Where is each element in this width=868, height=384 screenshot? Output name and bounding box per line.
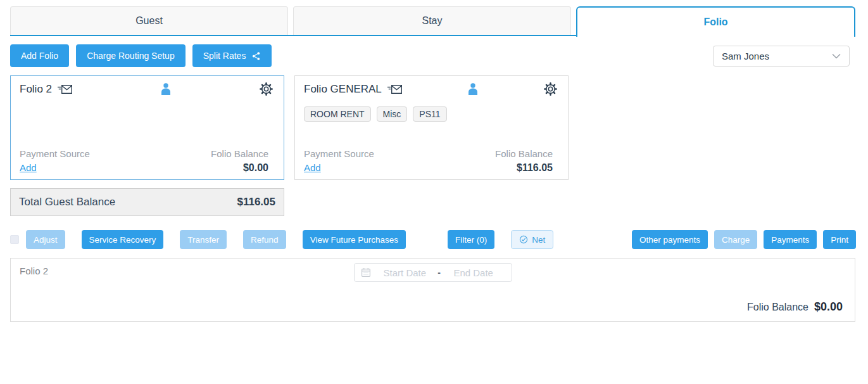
split-rates-label: Split Rates [203,51,246,61]
guest-selector-dropdown[interactable]: Sam Jones [713,46,850,67]
tag-misc: Misc [377,106,408,122]
folio-card-title: Folio 2 [20,83,52,96]
payment-source-label: Payment Source [304,148,374,159]
folio-balance-value: $116.05 [495,162,553,174]
detail-panel-balance: Folio Balance $0.00 [747,300,843,314]
add-payment-source-link[interactable]: Add [20,162,37,173]
send-email-icon[interactable] [58,84,73,94]
send-email-icon[interactable] [387,84,403,94]
folio-card-2[interactable]: Folio 2 [10,75,284,180]
guest-person-icon[interactable] [467,82,479,96]
add-folio-button[interactable]: Add Folio [10,44,69,67]
folio-actions-row: Adjust Service Recovery Transfer Refund … [10,230,856,249]
refund-button: Refund [243,230,286,249]
gear-icon[interactable] [259,82,274,96]
folio-card-title: Folio GENERAL [304,83,382,96]
filter-button[interactable]: Filter (0) [448,230,494,249]
tag-ps11: PS11 [413,106,446,122]
net-toggle-button[interactable]: Net [511,230,553,249]
guest-person-icon[interactable] [160,82,172,96]
split-rates-button[interactable]: Split Rates [192,44,272,67]
total-guest-balance-label: Total Guest Balance [19,196,115,208]
check-circle-icon [519,235,528,244]
folio-toolbar: Add Folio Charge Routing Setup Split Rat… [10,44,855,67]
tab-stay[interactable]: Stay [293,6,571,35]
charge-routing-tags: ROOM RENT Misc PS11 [304,106,559,122]
print-button[interactable]: Print [823,230,856,249]
adjust-button: Adjust [26,230,65,249]
date-range-picker[interactable]: - [354,263,512,282]
actions-left-group: Adjust Service Recovery Transfer Refund … [26,230,553,249]
share-icon [251,51,261,61]
actions-right-group: Other payments Charge Payments Print [632,230,856,249]
detail-panel-folio-title: Folio 2 [20,266,48,276]
tag-room-rent: ROOM RENT [304,106,371,122]
folio-card-footer: Payment Source Add Folio Balance $116.05 [304,148,553,174]
gear-icon[interactable] [543,82,558,96]
folio-balance-label: Folio Balance [495,148,553,159]
other-payments-button[interactable]: Other payments [632,230,708,249]
start-date-input[interactable] [374,267,437,278]
add-payment-source-link[interactable]: Add [304,162,321,173]
folio-balance-value: $0.00 [211,162,268,174]
calendar-icon [361,267,371,278]
end-date-input[interactable] [442,267,505,278]
folio-balance-label: Folio Balance [211,148,268,159]
tab-bar: Guest Stay Folio [10,6,855,37]
net-label: Net [532,235,545,245]
tab-folio[interactable]: Folio [576,6,855,37]
folio-detail-panel: Folio 2 - Folio Balance $0.00 [10,258,855,322]
folio-card-general[interactable]: Folio GENERAL [294,75,569,180]
total-guest-balance-bar: Total Guest Balance $116.05 [10,188,284,216]
date-range-separator: - [436,267,442,278]
folio-page: Guest Stay Folio Add Folio Charge Routin… [0,0,868,384]
folio-card-head: Folio GENERAL [304,76,559,96]
detail-folio-balance-value: $0.00 [814,300,843,314]
charge-button: Charge [714,230,757,249]
chevron-down-icon [832,53,841,59]
detail-folio-balance-label: Folio Balance [747,302,808,313]
view-future-purchases-button[interactable]: View Future Purchases [303,230,406,249]
folio-card-head: Folio 2 [20,76,275,96]
charge-routing-setup-button[interactable]: Charge Routing Setup [76,44,186,67]
payments-button[interactable]: Payments [764,230,817,249]
total-guest-balance-value: $116.05 [237,196,275,208]
service-recovery-button[interactable]: Service Recovery [82,230,164,249]
folio-cards: Folio 2 [10,75,569,180]
tab-guest[interactable]: Guest [10,6,288,35]
payment-source-label: Payment Source [20,148,90,159]
guest-selector-value: Sam Jones [722,51,832,61]
transfer-button: Transfer [180,230,227,249]
folio-card-footer: Payment Source Add Folio Balance $0.00 [20,148,268,174]
select-all-checkbox[interactable] [10,235,19,244]
